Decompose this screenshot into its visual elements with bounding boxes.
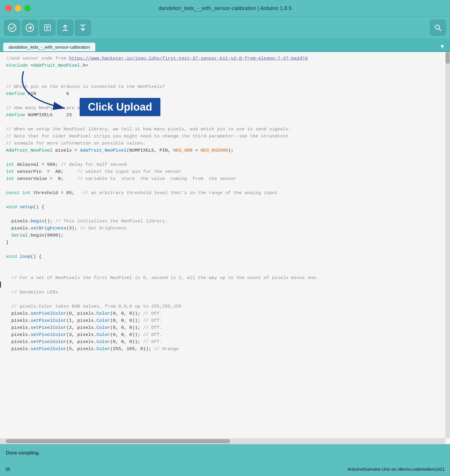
title-bar: dandelion_leds_-_with_sensor-calibration… [0,0,450,17]
code-editor: Click Upload //and sensor code from http… [0,52,450,444]
tooltip-text: Click Upload [88,101,152,113]
sensor-code-link[interactable]: https://www.hackster.io/ingo-lohs/first-… [69,56,308,61]
line-number: 35 [5,467,10,472]
click-upload-tooltip: Click Upload [80,98,160,116]
window-title: dandelion_leds_-_with_sensor-calibration… [158,5,292,12]
tab-bar: dandelion_leds_-_with_sensor-calibration… [0,38,450,52]
tab-dropdown-button[interactable]: ▼ [438,42,447,51]
save-button[interactable] [75,20,91,36]
new-button[interactable] [40,20,55,36]
svg-line-9 [439,29,441,31]
search-button[interactable] [430,20,446,36]
code-scroll-area[interactable]: //and sensor code from https://www.hacks… [0,52,450,438]
code-content: //and sensor code from https://www.hacks… [0,52,450,355]
board-info: Arduino/Genuino Uno on /dev/cu.usbmodem1… [348,467,445,472]
upload-button[interactable] [22,20,38,36]
active-tab[interactable]: dandelion_leds_-_with_sensor-calibration [3,42,96,51]
vertical-scrollbar[interactable] [445,52,450,438]
tab-label: dandelion_leds_-_with_sensor-calibration [9,45,90,50]
bottom-bar: 35 Arduino/Genuino Uno on /dev/cu.usbmod… [0,462,450,476]
maximize-button[interactable] [24,5,31,12]
open-button[interactable] [57,20,73,36]
horizontal-scrollbar[interactable] [0,438,445,444]
status-bar: Done compiling. [0,444,450,462]
status-text: Done compiling. [6,450,40,456]
horizontal-scrollbar-thumb[interactable] [6,439,230,443]
svg-point-0 [8,24,16,32]
close-button[interactable] [5,5,12,12]
window-controls [5,5,31,12]
verify-button[interactable] [4,20,20,36]
vertical-scrollbar-thumb[interactable] [446,52,450,64]
minimize-button[interactable] [15,5,21,12]
toolbar [0,17,450,38]
